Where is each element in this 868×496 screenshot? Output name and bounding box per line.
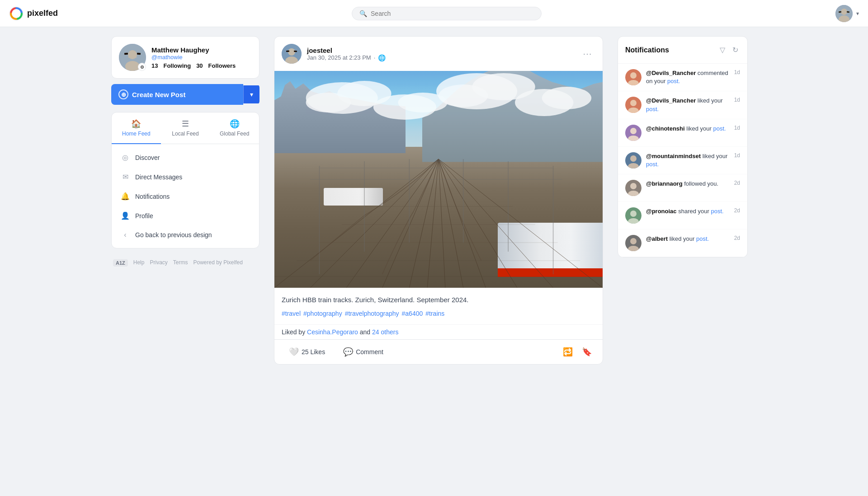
notif-user-3[interactable]: @mountainmindset	[646, 153, 701, 159]
tab-global-feed[interactable]: 🌐 Global Feed	[210, 112, 259, 144]
comment-label: Comment	[356, 348, 383, 356]
notif-avatar-4[interactable]	[625, 180, 642, 196]
person-icon: 👤	[121, 211, 130, 220]
bookmark-button[interactable]: 🔖	[578, 343, 595, 360]
nav-direct-messages-label: Direct Messages	[135, 173, 182, 181]
post-author-avatar[interactable]	[282, 44, 302, 64]
notif-time-6: 2d	[734, 235, 740, 241]
footer-help-link[interactable]: Help	[133, 259, 145, 267]
tag-photography[interactable]: #photography	[303, 310, 342, 317]
notif-avatar-0[interactable]	[625, 69, 642, 85]
post-author-info: joesteel Jan 30, 2025 at 2:23 PM · 🌐	[307, 47, 574, 61]
user-menu-chevron[interactable]: ▾	[856, 10, 859, 17]
profile-card: ⚙ Matthew Haughey @mathowie 13 Following…	[111, 36, 259, 79]
footer-terms-link[interactable]: Terms	[173, 259, 188, 267]
post-card: joesteel Jan 30, 2025 at 2:23 PM · 🌐 ⋯	[274, 36, 603, 365]
following-count: 13	[151, 62, 158, 69]
user-avatar-img	[835, 5, 853, 22]
az-badge: A1Z	[113, 259, 128, 267]
nav-go-back-label: Go back to previous design	[135, 231, 212, 239]
app-header: pixelfed 🔍 ▾	[0, 0, 868, 27]
discover-icon: ◎	[121, 153, 130, 162]
create-post-button[interactable]: ⊕ Create New Post	[111, 84, 243, 105]
repost-button[interactable]: 🔁	[559, 343, 576, 360]
settings-gear-icon[interactable]: ⚙	[138, 63, 146, 71]
nav-go-back[interactable]: ‹ Go back to previous design	[112, 225, 259, 244]
post-action-right: 🔁 🔖	[559, 343, 595, 360]
notif-user-1[interactable]: @Devils_Rancher	[646, 97, 696, 104]
notif-item-1: @Devils_Rancher liked your post. 1d	[618, 91, 747, 119]
svg-point-43	[306, 93, 351, 112]
search-bar[interactable]: 🔍	[352, 7, 542, 20]
profile-stats: 13 Following 30 Followers	[151, 62, 236, 69]
notif-link-1[interactable]: post.	[646, 106, 659, 112]
notif-link-5[interactable]: post.	[711, 208, 723, 215]
notif-item-3: @mountainmindset liked your post. 1d	[618, 147, 747, 174]
nav-notifications[interactable]: 🔔 Notifications	[112, 187, 259, 206]
notif-text-3: @mountainmindset liked your post.	[646, 152, 730, 168]
notif-avatar-1[interactable]	[625, 97, 642, 113]
post-date: Jan 30, 2025 at 2:23 PM	[307, 54, 371, 61]
liked-by-others[interactable]: 24 others	[372, 328, 398, 336]
nav-direct-messages[interactable]: ✉ Direct Messages	[112, 167, 259, 187]
notif-user-0[interactable]: @Devils_Rancher	[646, 70, 696, 76]
notif-user-6[interactable]: @albert	[646, 235, 668, 242]
user-avatar[interactable]	[835, 5, 853, 22]
post-author-name[interactable]: joesteel	[307, 47, 574, 54]
svg-point-61	[630, 155, 637, 162]
footer-privacy-link[interactable]: Privacy	[150, 259, 167, 267]
tab-local-feed[interactable]: ☰ Local Feed	[161, 112, 210, 144]
notif-link-2[interactable]: post.	[713, 125, 726, 132]
notif-avatar-5[interactable]	[625, 207, 642, 224]
svg-point-2	[841, 9, 847, 15]
notif-link-3[interactable]: post.	[646, 161, 659, 168]
list-icon: ☰	[182, 119, 189, 129]
nav-tabs: 🏠 Home Feed ☰ Local Feed 🌐 Global Feed ◎…	[111, 112, 259, 248]
tag-trains[interactable]: #trains	[425, 310, 444, 317]
profile-handle[interactable]: @mathowie	[151, 54, 236, 61]
notif-user-4[interactable]: @briannaorg	[646, 180, 683, 187]
nav-profile[interactable]: 👤 Profile	[112, 206, 259, 225]
tag-travel[interactable]: #travel	[282, 310, 301, 317]
notif-link-0[interactable]: post.	[667, 78, 680, 84]
post-header: joesteel Jan 30, 2025 at 2:23 PM · 🌐 ⋯	[274, 37, 603, 71]
notif-user-2[interactable]: @chinotenshi	[646, 125, 685, 132]
notif-avatar-3[interactable]	[625, 152, 642, 168]
post-content: Zurich HBB train tracks. Zurich, Switzer…	[274, 288, 603, 324]
liked-by-and: and	[360, 328, 372, 336]
app-name: pixelfed	[27, 9, 58, 18]
svg-rect-10	[137, 53, 141, 55]
svg-line-18	[346, 159, 439, 288]
like-count-label: 25 Likes	[302, 348, 325, 356]
following-label: Following	[163, 62, 191, 69]
nav-discover[interactable]: ◎ Discover	[112, 148, 259, 167]
search-input[interactable]	[371, 10, 534, 17]
notif-user-5[interactable]: @pronoiac	[646, 208, 677, 215]
post-more-button[interactable]: ⋯	[579, 47, 595, 61]
notif-avatar-6[interactable]	[625, 235, 642, 251]
notif-avatar-2[interactable]	[625, 125, 642, 141]
create-post-icon: ⊕	[118, 89, 128, 99]
globe-icon: 🌐	[230, 119, 240, 129]
main-layout: ⚙ Matthew Haughey @mathowie 13 Following…	[104, 0, 764, 496]
tab-home-feed[interactable]: 🏠 Home Feed	[112, 112, 161, 144]
create-post-dropdown-button[interactable]: ▾	[243, 85, 259, 103]
app-logo[interactable]: pixelfed	[9, 6, 58, 21]
tag-a6400[interactable]: #a6400	[402, 310, 423, 317]
tag-travelphotography[interactable]: #travelphotography	[345, 310, 399, 317]
post-tags: #travel #photography #travelphotography …	[282, 310, 595, 317]
like-button[interactable]: 🤍 25 Likes	[282, 343, 332, 360]
filter-icon[interactable]: ▽	[718, 44, 727, 56]
liked-by-user[interactable]: Cesinha.Pegoraro	[307, 328, 358, 336]
notif-text-5: @pronoiac shared your post.	[646, 207, 730, 215]
notif-time-4: 2d	[734, 180, 740, 186]
comment-button[interactable]: 💬 Comment	[336, 343, 391, 360]
svg-point-12	[288, 48, 295, 56]
search-icon: 🔍	[359, 10, 367, 17]
refresh-icon[interactable]: ↻	[731, 44, 740, 56]
notif-time-0: 1d	[734, 69, 740, 75]
notif-link-6[interactable]: post.	[696, 235, 709, 242]
post-text: Zurich HBB train tracks. Zurich, Switzer…	[282, 295, 595, 305]
notifications-panel: Notifications ▽ ↻ @Devils_Rancher commen…	[610, 27, 755, 496]
bookmark-icon: 🔖	[582, 347, 592, 356]
